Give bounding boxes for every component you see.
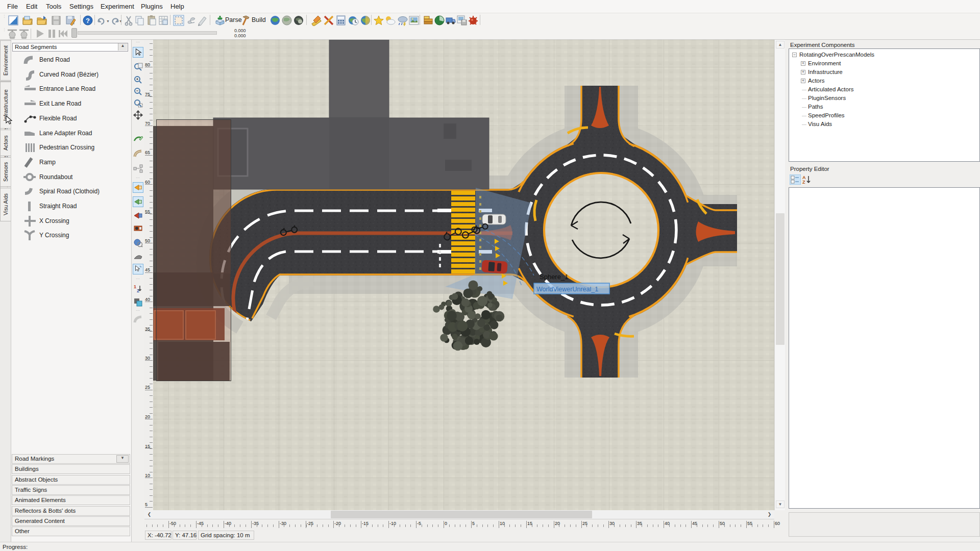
- svg-text:Z: Z: [802, 180, 805, 185]
- svg-text:?: ?: [86, 17, 90, 24]
- svg-text:Sphere_1: Sphere_1: [540, 273, 568, 281]
- svg-text:WorldViewerUnreal_1: WorldViewerUnreal_1: [536, 286, 598, 293]
- svg-text:2: 2: [137, 288, 139, 293]
- svg-text:1: 1: [134, 284, 136, 289]
